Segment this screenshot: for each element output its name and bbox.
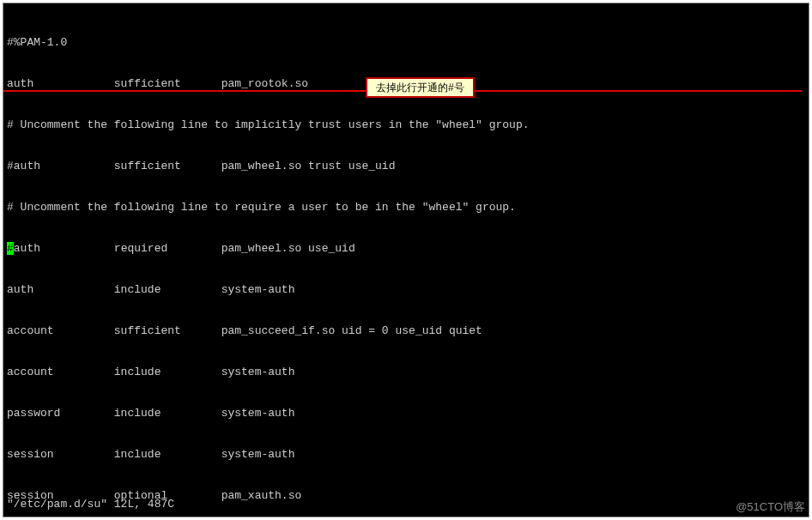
- watermark: @51CTO博客: [736, 499, 805, 515]
- cursor: #: [7, 242, 14, 255]
- highlighted-line-text: auth required pam_wheel.so use_uid: [14, 242, 355, 255]
- file-line: password include system-auth: [7, 407, 805, 420]
- file-line: auth include system-auth: [7, 283, 805, 297]
- file-line: #%PAM-1.0: [7, 36, 805, 50]
- file-line: #auth sufficient pam_wheel.so trust use_…: [7, 160, 805, 173]
- file-line: account include system-auth: [7, 366, 805, 379]
- annotation-callout: 去掉此行开通的#号: [366, 77, 475, 98]
- file-line: session include system-auth: [7, 448, 805, 462]
- file-line: # Uncomment the following line to implic…: [7, 118, 805, 132]
- file-line: account sufficient pam_succeed_if.so uid…: [7, 324, 805, 338]
- highlighted-line: #auth required pam_wheel.so use_uid: [7, 242, 805, 256]
- terminal-editor[interactable]: #%PAM-1.0 auth sufficient pam_rootok.so …: [3, 3, 809, 517]
- file-line: # Uncomment the following line to requir…: [7, 201, 805, 215]
- vim-status-line: "/etc/pam.d/su" 12L, 487C: [7, 498, 174, 511]
